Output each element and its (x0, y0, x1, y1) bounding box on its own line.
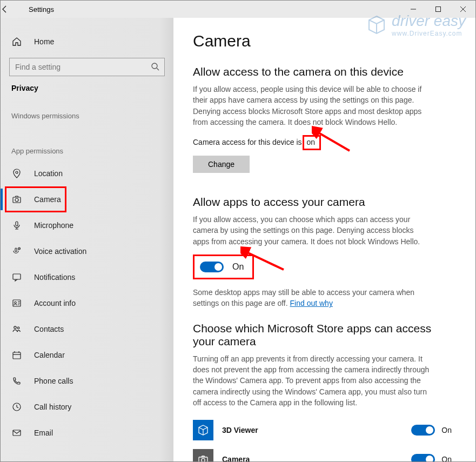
sidebar-item-microphone[interactable]: Microphone (1, 212, 173, 238)
app-toggle-label: On (441, 455, 452, 461)
sidebar-item-contacts[interactable]: Contacts (1, 316, 173, 342)
section-heading-apps-access: Allow apps to access your camera (193, 196, 452, 209)
minimize-button[interactable] (401, 1, 426, 18)
find-out-why-link[interactable]: Find out why (290, 299, 333, 307)
sidebar-category: Privacy (1, 84, 173, 100)
svg-line-3 (157, 68, 159, 70)
camera-app-icon (193, 449, 213, 461)
section-body-store-apps: Turning off an app prevents it from dire… (193, 353, 431, 408)
search-icon (151, 62, 159, 71)
microphone-icon (11, 220, 22, 231)
svg-rect-10 (13, 274, 21, 279)
sidebar-item-label: Contacts (34, 325, 64, 333)
app-name: 3D Viewer (222, 426, 403, 434)
svg-point-4 (16, 171, 18, 173)
svg-rect-1 (436, 7, 441, 12)
sidebar-section-app-permissions: App permissions (1, 125, 173, 160)
contacts-icon (11, 324, 22, 334)
sidebar-item-label: Phone calls (34, 377, 73, 385)
app-name: Camera (222, 455, 403, 461)
location-icon (11, 168, 22, 179)
notifications-icon (11, 272, 22, 283)
sidebar-item-email[interactable]: Email (1, 420, 173, 446)
home-icon (11, 36, 22, 47)
sidebar-item-label: Call history (34, 403, 71, 411)
apps-access-toggle[interactable] (200, 262, 224, 272)
sidebar-item-call-history[interactable]: Call history (1, 394, 173, 420)
sidebar-item-label: Notifications (34, 273, 75, 282)
app-row-camera: Camera On (193, 445, 452, 461)
call-history-icon (11, 401, 22, 412)
main-content: Camera Allow access to the camera on thi… (173, 18, 475, 461)
sidebar-section-windows-permissions: Windows permissions (1, 100, 173, 125)
svg-rect-7 (16, 222, 18, 226)
3d-viewer-icon (193, 420, 213, 440)
sidebar-item-label: Account info (34, 299, 76, 307)
sidebar-item-label: Email (34, 428, 53, 437)
svg-point-12 (15, 302, 17, 304)
svg-point-22 (202, 458, 205, 461)
phone-icon (11, 376, 22, 386)
close-button[interactable] (451, 1, 475, 18)
search-field[interactable] (9, 58, 165, 76)
apps-access-toggle-label: On (232, 262, 244, 272)
maximize-button[interactable] (426, 1, 451, 18)
svg-point-13 (14, 326, 16, 329)
svg-point-6 (15, 198, 18, 202)
titlebar: Settings (1, 1, 475, 18)
sidebar-item-phone-calls[interactable]: Phone calls (1, 368, 173, 394)
device-access-status: Camera access for this device is on (193, 135, 452, 150)
sidebar-home-label: Home (34, 37, 54, 46)
apps-access-toggle-row: On (193, 255, 254, 279)
calendar-icon (11, 350, 22, 360)
sidebar-item-voice-activation[interactable]: Voice activation (1, 238, 173, 264)
sidebar-item-location[interactable]: Location (1, 160, 173, 186)
app-toggle-3d-viewer[interactable] (411, 425, 435, 436)
app-toggle-label: On (441, 426, 452, 434)
apps-access-note: Some desktop apps may still be able to a… (193, 287, 431, 309)
back-button[interactable] (1, 5, 25, 14)
change-button[interactable]: Change (193, 156, 250, 173)
svg-rect-21 (199, 457, 207, 461)
sidebar-item-label: Voice activation (34, 247, 86, 256)
sidebar-item-label: Camera (34, 195, 61, 204)
section-heading-store-apps: Choose which Microsoft Store apps can ac… (193, 322, 452, 348)
app-toggle-camera[interactable] (411, 454, 435, 461)
sidebar-item-calendar[interactable]: Calendar (1, 342, 173, 368)
sidebar-item-notifications[interactable]: Notifications (1, 264, 173, 290)
svg-rect-20 (13, 430, 21, 436)
sidebar-item-label: Microphone (34, 221, 73, 230)
voice-activation-icon (11, 246, 22, 257)
search-input[interactable] (9, 58, 165, 76)
sidebar-item-account-info[interactable]: Account info (1, 290, 173, 316)
svg-rect-8 (15, 248, 17, 252)
sidebar-item-label: Calendar (34, 351, 65, 359)
annotation-box: on (303, 135, 321, 150)
page-title: Camera (193, 32, 452, 50)
camera-icon (11, 194, 22, 205)
section-body-device-access: If you allow access, people using this d… (193, 84, 431, 128)
window-title: Settings (25, 5, 401, 14)
section-body-apps-access: If you allow access, you can choose whic… (193, 214, 431, 247)
svg-point-14 (17, 327, 19, 329)
email-icon (11, 427, 22, 438)
svg-point-2 (152, 63, 157, 69)
sidebar-home[interactable]: Home (1, 29, 173, 55)
sidebar-item-label: Location (34, 169, 63, 178)
app-row-3d-viewer: 3D Viewer On (193, 416, 452, 445)
sidebar-item-camera[interactable]: Camera (1, 186, 173, 212)
sidebar: Home Privacy Windows permissions App per… (1, 18, 173, 461)
section-heading-device-access: Allow access to the camera on this devic… (193, 65, 452, 78)
svg-rect-15 (13, 352, 21, 359)
account-info-icon (11, 298, 22, 309)
